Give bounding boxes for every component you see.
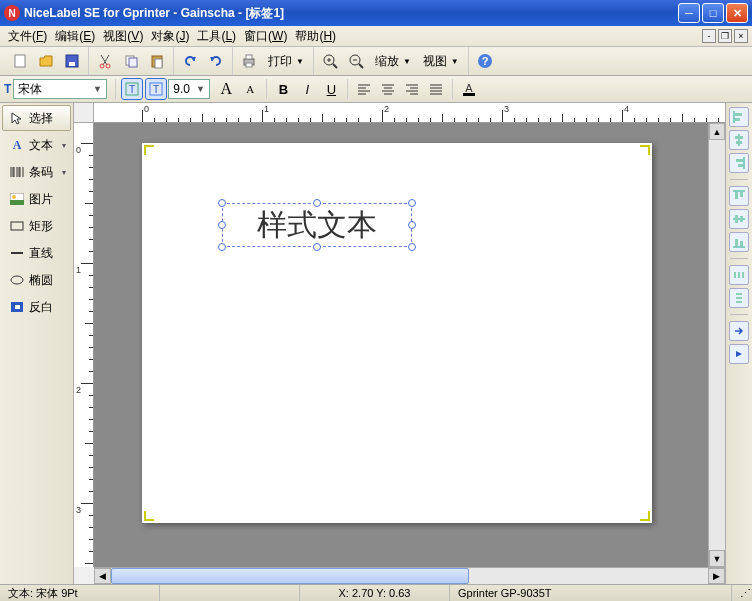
svg-line-17 [359, 64, 363, 68]
help-button[interactable]: ? [473, 49, 497, 73]
canvas-viewport[interactable]: 样式文本 [94, 123, 708, 567]
zoom-dropdown[interactable]: 缩放▼ [370, 49, 416, 73]
align-left-button[interactable] [729, 107, 749, 127]
align-middle-v-button[interactable] [729, 209, 749, 229]
align-center-button[interactable] [377, 78, 399, 100]
cut-button[interactable] [93, 49, 117, 73]
align-left-button[interactable] [353, 78, 375, 100]
redo-button[interactable] [204, 49, 228, 73]
tool-image[interactable]: 图片 [2, 186, 71, 212]
distribute-v-button[interactable] [729, 288, 749, 308]
line-icon [9, 245, 25, 261]
font-style-button-1[interactable]: T [121, 78, 143, 100]
align-right-button[interactable] [401, 78, 423, 100]
mdi-restore-button[interactable]: ❐ [718, 29, 732, 43]
align-bottom-button[interactable] [729, 232, 749, 252]
menu-help[interactable]: 帮助(H) [291, 26, 340, 47]
svg-point-52 [12, 195, 16, 199]
bold-button[interactable]: B [272, 78, 294, 100]
horizontal-scrollbar[interactable]: ◀ ▶ [94, 567, 725, 584]
scroll-right-button[interactable]: ▶ [708, 568, 725, 584]
tool-barcode[interactable]: 条码 ▾ [2, 159, 71, 185]
tool-ellipse[interactable]: 椭圆 [2, 267, 71, 293]
mdi-minimize-button[interactable]: - [702, 29, 716, 43]
tool-rect[interactable]: 矩形 [2, 213, 71, 239]
decrease-font-button[interactable]: A [239, 78, 261, 100]
tool-inverse[interactable]: 反白 [2, 294, 71, 320]
font-toolbar: T 宋体 ▼ T T 9.0 ▼ A A B I U A [0, 76, 752, 103]
toolbox-panel: 选择 A 文本 ▾ 条码 ▾ 图片 矩形 直线 椭圆 反 [0, 103, 74, 584]
svg-rect-79 [736, 293, 742, 295]
horizontal-ruler[interactable]: 01234 [94, 103, 725, 123]
resize-handle[interactable] [218, 199, 226, 207]
mdi-close-button[interactable]: × [734, 29, 748, 43]
svg-rect-2 [69, 62, 75, 66]
resize-grip-icon[interactable]: ⋰ [732, 585, 752, 601]
menu-edit[interactable]: 编辑(E) [51, 26, 99, 47]
open-button[interactable] [34, 49, 58, 73]
menu-view[interactable]: 视图(V) [99, 26, 147, 47]
text-object-selected[interactable]: 样式文本 [222, 203, 412, 247]
tool-text[interactable]: A 文本 ▾ [2, 132, 71, 158]
zoom-out-button[interactable] [344, 49, 368, 73]
scroll-left-button[interactable]: ◀ [94, 568, 111, 584]
font-color-button[interactable]: A [458, 78, 480, 100]
new-button[interactable] [8, 49, 32, 73]
print-dropdown[interactable]: 打印▼ [263, 49, 309, 73]
resize-handle[interactable] [313, 199, 321, 207]
resize-handle[interactable] [313, 243, 321, 251]
underline-button[interactable]: U [320, 78, 342, 100]
distribute-h-button[interactable] [729, 265, 749, 285]
save-button[interactable] [60, 49, 84, 73]
vertical-ruler[interactable]: 0123 [74, 123, 94, 567]
font-name-combo[interactable]: 宋体 ▼ [13, 79, 107, 99]
dock-arrow-button[interactable] [729, 321, 749, 341]
window-minimize-button[interactable]: ─ [678, 3, 700, 23]
tool-label: 文本 [29, 137, 53, 154]
tool-line[interactable]: 直线 [2, 240, 71, 266]
resize-handle[interactable] [218, 243, 226, 251]
resize-handle[interactable] [408, 199, 416, 207]
italic-button[interactable]: I [296, 78, 318, 100]
svg-rect-77 [738, 272, 740, 278]
text-object-content: 样式文本 [257, 205, 377, 246]
svg-text:T: T [153, 84, 159, 95]
align-justify-button[interactable] [425, 78, 447, 100]
svg-rect-66 [738, 164, 743, 167]
resize-handle[interactable] [408, 221, 416, 229]
scroll-up-button[interactable]: ▲ [709, 123, 725, 140]
svg-rect-80 [736, 297, 742, 299]
copy-button[interactable] [119, 49, 143, 73]
window-close-button[interactable]: ✕ [726, 3, 748, 23]
view-dropdown[interactable]: 视图▼ [418, 49, 464, 73]
resize-handle[interactable] [408, 243, 416, 251]
tool-label: 选择 [29, 110, 53, 127]
font-size-combo[interactable]: 9.0 ▼ [168, 79, 210, 99]
paste-button[interactable] [145, 49, 169, 73]
align-center-h-button[interactable] [729, 130, 749, 150]
zoom-in-button[interactable] [318, 49, 342, 73]
menu-tools[interactable]: 工具(L) [193, 26, 240, 47]
label-page[interactable]: 样式文本 [142, 143, 652, 523]
page-corner-icon [144, 145, 154, 155]
font-style-button-2[interactable]: T [145, 78, 167, 100]
chevron-down-icon: ▼ [193, 84, 207, 94]
undo-button[interactable] [178, 49, 202, 73]
menu-bar: 文件(F) 编辑(E) 视图(V) 对象(J) 工具(L) 窗口(W) 帮助(H… [0, 26, 752, 47]
vertical-scrollbar[interactable]: ▲ ▼ [708, 123, 725, 567]
align-right-button[interactable] [729, 153, 749, 173]
dock-collapse-button[interactable] [729, 344, 749, 364]
print-icon-button[interactable] [237, 49, 261, 73]
font-size-value: 9.0 [173, 82, 193, 96]
menu-window[interactable]: 窗口(W) [240, 26, 291, 47]
align-top-button[interactable] [729, 186, 749, 206]
menu-file[interactable]: 文件(F) [4, 26, 51, 47]
menu-object[interactable]: 对象(J) [147, 26, 193, 47]
scrollbar-thumb[interactable] [111, 568, 469, 584]
resize-handle[interactable] [218, 221, 226, 229]
increase-font-button[interactable]: A [215, 78, 237, 100]
scroll-down-button[interactable]: ▼ [709, 550, 725, 567]
tool-select[interactable]: 选择 [2, 105, 71, 131]
window-maximize-button[interactable]: □ [702, 3, 724, 23]
app-icon: N [4, 5, 20, 21]
